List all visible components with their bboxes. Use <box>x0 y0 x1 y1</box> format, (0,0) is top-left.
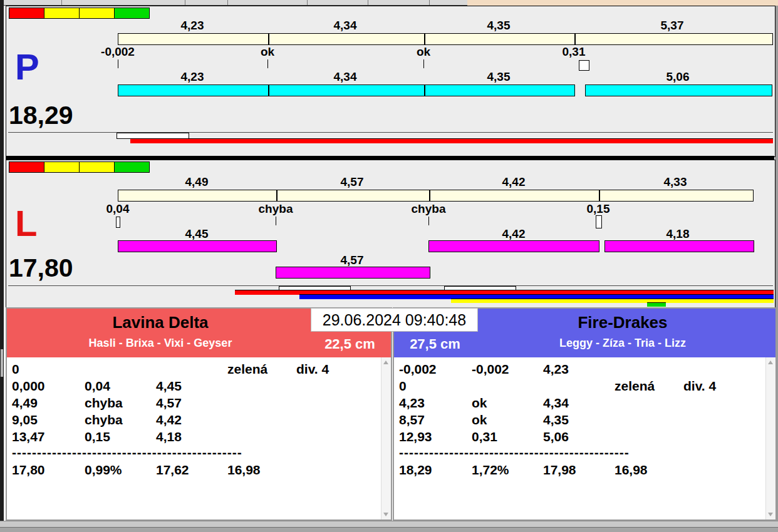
scrollbar[interactable] <box>765 357 775 519</box>
results-row: 4,23 ok 4,34 <box>394 396 764 412</box>
scale-box-yellow2 <box>79 8 115 19</box>
team-dogs: Leggy - Zíza - Tria - Lizz <box>472 337 773 350</box>
strip-divider <box>429 0 430 5</box>
dog-bar <box>428 240 599 252</box>
dog-time-label: 5,06 <box>666 71 690 83</box>
results-cell: ----------------------------------------… <box>399 445 630 460</box>
mark-label: ok <box>417 46 430 58</box>
results-cell: 1,72% <box>472 463 509 478</box>
results-cell: chyba <box>85 396 123 411</box>
window-left-edge-notch <box>1 349 3 377</box>
scale-box-red <box>9 8 44 19</box>
mark-label: 0,04 <box>106 203 130 215</box>
scale-box-yellow <box>44 161 80 173</box>
results-text-right: -0,002 -0,002 4,23 0 zelená div. 4 4,23 … <box>394 357 775 519</box>
results-cell: 8,57 <box>399 412 425 427</box>
mark-tick <box>428 217 429 225</box>
split-divider <box>574 34 576 44</box>
scale-box-green <box>114 8 150 19</box>
mark-label: 0,15 <box>587 203 610 215</box>
dashed-divider: ----------------------------------------… <box>394 445 764 462</box>
dog-bar <box>604 240 754 252</box>
jump-height: 27,5 cm <box>399 336 471 352</box>
team-dogs: Hasli - Brixa - Vixi - Geyser <box>7 337 314 350</box>
results-cell: 4,49 <box>12 396 38 411</box>
traffic-light-scale <box>9 8 149 19</box>
split-bar <box>118 190 754 202</box>
scale-box-red <box>9 161 44 173</box>
mark-label: ok <box>261 46 274 58</box>
dog-time-label: 4,42 <box>502 228 526 240</box>
dashed-divider: ----------------------------------------… <box>7 445 380 462</box>
dog-bar-divider <box>268 85 269 96</box>
lane-letter: P <box>15 49 39 85</box>
dog-time-label: 4,18 <box>666 228 690 240</box>
results-cell: zelená <box>615 379 655 394</box>
timestamp-box: 29.06.2024 09:40:48 <box>311 308 478 332</box>
team-title: Lavina Delta <box>7 313 314 332</box>
scroll-up-button[interactable] <box>383 361 388 364</box>
results-cell: 4,34 <box>543 396 569 411</box>
mark-label: chyba <box>412 203 446 215</box>
mark-tick <box>423 59 424 68</box>
results-cell: 0,000 <box>12 379 45 394</box>
results-row: 12,93 0,31 5,06 <box>394 429 764 446</box>
mark-checkbox[interactable] <box>579 60 589 71</box>
results-cell: 4,45 <box>156 379 182 394</box>
mark-tick <box>276 217 276 225</box>
dog-bar-divider <box>424 85 425 96</box>
split-divider <box>276 190 277 201</box>
scrollbar[interactable] <box>381 357 391 519</box>
scroll-down-button[interactable] <box>768 513 773 516</box>
strip-divider <box>307 0 308 5</box>
mark-checkbox[interactable] <box>116 217 120 228</box>
lane-total-time: 18,29 <box>9 103 73 128</box>
top-window-strip <box>4 0 467 6</box>
mark-label: chyba <box>259 203 293 215</box>
lane-letter: L <box>15 205 37 242</box>
results-cell: 4,23 <box>543 362 569 377</box>
results-cell: 0,15 <box>85 429 110 444</box>
mark-label: 0,31 <box>563 46 586 58</box>
team-panel-left: Lavina Delta Hasli - Brixa - Vixi - Geys… <box>6 307 392 521</box>
strip-divider <box>368 0 368 5</box>
dog-bar <box>118 240 277 252</box>
scale-box-green <box>114 161 150 173</box>
elapsed-bar-red <box>130 138 773 143</box>
results-cell: 18,29 <box>399 463 432 478</box>
scroll-up-button[interactable] <box>768 361 773 364</box>
window-left-edge <box>0 0 4 532</box>
split-time-label: 4,42 <box>502 176 526 188</box>
split-divider <box>268 34 269 44</box>
team-panel-right: Fire-Drakes Leggy - Zíza - Tria - Lizz 2… <box>393 307 777 521</box>
lane-total-time: 17,80 <box>9 255 73 281</box>
elapsed-bar-yellow <box>451 299 774 303</box>
results-cell: 17,62 <box>156 463 189 478</box>
scroll-down-button[interactable] <box>383 513 388 516</box>
split-time-label: 4,34 <box>334 19 357 31</box>
mark-checkbox[interactable] <box>596 215 602 228</box>
lane-l-section: L 17,80 4,49 4,57 4,42 4,33 0,04 chyba c… <box>6 160 775 309</box>
results-text-left: 0 zelená div. 4 0,000 0,04 4,45 4,49 chy… <box>7 357 391 519</box>
mark-tick <box>267 59 268 68</box>
strip-divider <box>61 0 62 5</box>
dog-bar <box>585 84 772 96</box>
scale-box-yellow <box>44 8 80 19</box>
results-cell: ok <box>472 396 487 411</box>
results-cell: div. 4 <box>296 362 329 377</box>
results-cell: -0,002 <box>399 362 437 377</box>
dog-time-label: 4,35 <box>487 71 511 83</box>
dog-time-label: 4,23 <box>181 71 204 83</box>
results-cell: ok <box>472 412 487 427</box>
strip-divider <box>227 0 228 5</box>
team-title: Fire-Drakes <box>472 313 773 332</box>
results-cell: 0,31 <box>472 429 497 444</box>
dog-time-label: 4,45 <box>185 228 209 240</box>
dog-bar <box>118 84 575 96</box>
results-cell: div. 4 <box>683 379 716 394</box>
results-total-row: 17,80 0,99% 17,62 16,98 <box>7 463 380 479</box>
mark-tick <box>118 59 118 68</box>
results-cell: 0 <box>399 379 407 394</box>
results-cell: 17,80 <box>12 463 45 478</box>
results-cell: chyba <box>85 412 123 427</box>
